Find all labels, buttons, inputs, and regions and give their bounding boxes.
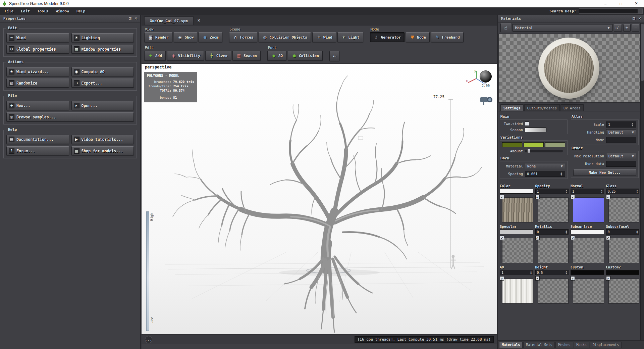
close-panel-icon[interactable]: ✕	[135, 16, 138, 21]
shop-for-models-button[interactable]: ▦ Shop for models...	[71, 146, 134, 155]
opacity-texture-thumbnail[interactable]	[538, 197, 569, 222]
bottom-tab-material-sets[interactable]: Material Sets	[523, 342, 555, 348]
slider-handle[interactable]	[527, 149, 530, 153]
max-resolution-dropdown[interactable]: Default ▼	[606, 153, 636, 159]
generator-mode-button[interactable]: ☝ Generator	[370, 32, 405, 42]
season-swatch[interactable]	[525, 128, 546, 132]
metallic-spinner[interactable]: 0▲▼	[535, 229, 569, 235]
menu-edit[interactable]: Edit	[21, 9, 30, 13]
new-button[interactable]: + New...	[6, 101, 69, 110]
spinner-down-icon[interactable]: ▼	[530, 272, 532, 275]
video-tutorials-button[interactable]: ▶ Video tutorials...	[71, 135, 134, 144]
color-enabled-checkbox[interactable]: ✔	[500, 195, 504, 199]
search-go-button[interactable]	[638, 9, 642, 13]
float-panel-icon[interactable]: ⊡	[129, 16, 132, 21]
menu-window[interactable]: Window	[56, 9, 69, 13]
visibility-button[interactable]: ◉ Visibility	[167, 51, 204, 61]
forum-button[interactable]: ? Forum...	[6, 146, 69, 155]
custom2-enabled-checkbox[interactable]: ✔	[606, 276, 610, 281]
bottom-tab-masks[interactable]: Masks	[574, 342, 589, 348]
lod-slider[interactable]	[146, 211, 149, 331]
light-button[interactable]: ☀ Light	[337, 32, 363, 42]
tab-settings[interactable]: Settings	[500, 104, 524, 111]
user-data-input[interactable]	[606, 161, 636, 167]
plus-minus-button[interactable]: +/-	[614, 24, 622, 32]
subsurface-texture-thumbnail[interactable]	[573, 238, 604, 263]
close-button[interactable]: ✕	[629, 0, 644, 7]
tab-cutouts-meshes[interactable]: Cutouts/Meshes	[524, 104, 560, 111]
scene-wind-button[interactable]: ☼ Wind	[312, 32, 336, 42]
documentation-button[interactable]: ▤ Documentation...	[6, 135, 69, 144]
custom2-texture-thumbnail[interactable]	[608, 279, 640, 304]
menu-help[interactable]: Help	[76, 9, 86, 13]
height-texture-thumbnail[interactable]	[538, 279, 569, 304]
camera-icon[interactable]	[479, 95, 494, 106]
gloss-texture-thumbnail[interactable]	[608, 197, 640, 222]
gloss-spinner[interactable]: 0.25▲▼	[606, 189, 640, 194]
node-mode-button[interactable]: Ψ Node	[406, 32, 430, 42]
color-texture-thumbnail[interactable]	[502, 197, 533, 222]
minimize-button[interactable]: –	[598, 0, 613, 7]
subsurface-enabled-checkbox[interactable]: ✔	[571, 236, 575, 240]
spinner-down-icon[interactable]: ▼	[601, 191, 603, 193]
freehand-mode-button[interactable]: ✎ Freehand	[431, 32, 464, 42]
specular-swatch[interactable]	[500, 230, 533, 234]
height-spinner[interactable]: 0.5▲▼	[535, 270, 569, 275]
spacing-spinner[interactable]: 0.001 ▲▼	[525, 171, 565, 177]
viewport-canvas[interactable]: perspective POLYGONS - MODEL branches:79…	[142, 64, 497, 334]
opacity-enabled-checkbox[interactable]: ✔	[535, 195, 540, 199]
metallic-enabled-checkbox[interactable]: ✔	[535, 236, 540, 240]
add-button[interactable]: + Add	[144, 51, 166, 61]
gizmo-button[interactable]: ╋ Gizmo	[205, 51, 231, 61]
gloss-enabled-checkbox[interactable]: ✔	[606, 195, 610, 199]
spinner-down-icon[interactable]: ▼	[566, 232, 567, 234]
custom-enabled-checkbox[interactable]: ✔	[571, 276, 575, 281]
document-tab[interactable]: XueYue_Gai_07.spm	[144, 16, 194, 25]
variation-swatch-1[interactable]	[502, 142, 522, 147]
scale-spinner[interactable]: 1 ▲▼	[606, 121, 636, 128]
zoom-button[interactable]: ⊕ Zoom	[199, 32, 222, 42]
wind-button[interactable]: ≈ Wind	[6, 33, 69, 42]
add-material-button[interactable]: +	[623, 24, 631, 32]
normal-spinner[interactable]: 1▲▼	[571, 189, 604, 194]
normal-enabled-checkbox[interactable]: ✔	[571, 195, 575, 199]
compute-ao-button[interactable]: ◉ Compute AO	[71, 67, 134, 76]
back-material-dropdown[interactable]: None ▼	[525, 163, 565, 169]
ao-texture-thumbnail[interactable]	[502, 279, 533, 304]
season-button[interactable]: ▦ Season	[232, 51, 261, 61]
amount-slider[interactable]	[525, 150, 562, 152]
back-button[interactable]: ←	[329, 51, 339, 61]
normal-texture-thumbnail[interactable]	[573, 197, 604, 222]
make-new-set-button[interactable]: Make New Set...	[573, 169, 636, 176]
menu-file[interactable]: File	[5, 9, 14, 13]
tab-uv-areas[interactable]: UV Areas	[560, 104, 584, 111]
show-button[interactable]: ◉ Show	[174, 32, 198, 42]
ao-enabled-checkbox[interactable]: ✔	[500, 276, 504, 281]
spinner-down-icon[interactable]: ▼	[566, 272, 567, 275]
opacity-spinner[interactable]: 1▲▼	[535, 189, 569, 194]
collision-objects-button[interactable]: ◍ Collision Objects	[259, 32, 311, 42]
custom-swatch[interactable]	[571, 270, 604, 275]
close-panel-icon[interactable]: ✕	[638, 16, 641, 21]
open-button[interactable]: ▸ Open...	[71, 101, 134, 110]
metallic-texture-thumbnail[interactable]	[538, 238, 569, 263]
randomize-button[interactable]: ▧ Randomize	[6, 79, 69, 88]
maximize-button[interactable]: □	[613, 0, 629, 7]
material-preview[interactable]	[498, 34, 640, 103]
spinner-down-icon[interactable]: ▼	[560, 174, 562, 176]
ao-button[interactable]: ◆ AO	[267, 51, 286, 61]
forces-button[interactable]: ∩ Forces	[229, 32, 257, 42]
name-input[interactable]	[606, 137, 636, 143]
global-properties-button[interactable]: ⚙ Global properties	[6, 45, 69, 54]
spinner-down-icon[interactable]: ▼	[632, 124, 633, 127]
render-button[interactable]: ◙ Render	[144, 32, 172, 42]
height-enabled-checkbox[interactable]: ✔	[535, 276, 540, 281]
variation-swatch-2[interactable]	[524, 142, 544, 147]
specular-texture-thumbnail[interactable]	[502, 238, 533, 263]
bottom-tab-meshes[interactable]: Meshes	[555, 342, 573, 348]
subsurface-swatch[interactable]	[571, 230, 604, 234]
lighting-button[interactable]: ☀ Lighting	[71, 33, 134, 42]
handling-dropdown[interactable]: Default ▼	[606, 129, 636, 135]
two-sided-checkbox[interactable]	[525, 121, 529, 126]
specular-enabled-checkbox[interactable]: ✔	[500, 236, 504, 240]
